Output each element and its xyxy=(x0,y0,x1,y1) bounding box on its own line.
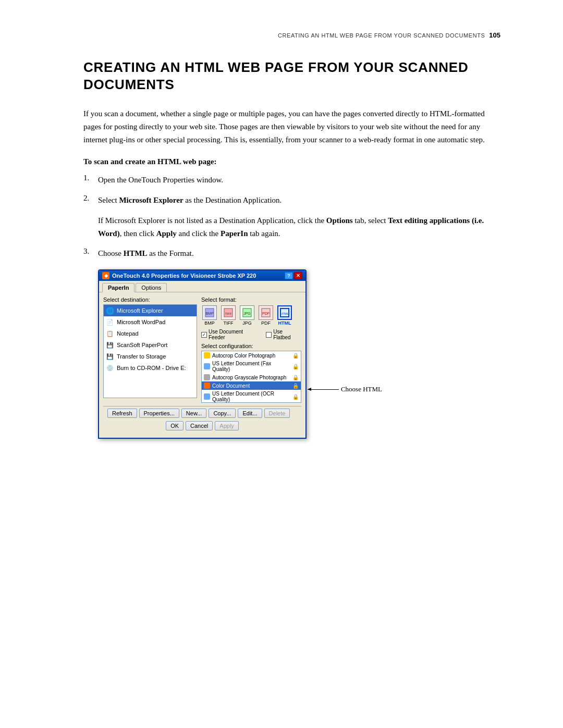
config-autocrop-color-lock: 🔒 xyxy=(292,353,299,359)
config-us-letter-ocr-label: US Letter Document (OCR Quality) xyxy=(212,391,290,402)
new-button[interactable]: New... xyxy=(181,409,207,418)
step-2-num: 2. xyxy=(83,194,98,203)
bmp-icon: BMP xyxy=(202,305,217,320)
jpg-label: JPG xyxy=(242,320,252,326)
config-color-doc-label: Color Document xyxy=(212,383,250,389)
titlebar-left: ◆ OneTouch 4.0 Properties for Visioneer … xyxy=(102,272,256,279)
svg-text:HTML: HTML xyxy=(280,312,289,315)
step-3-bold: HTML xyxy=(124,249,148,257)
config-us-letter-ocr[interactable]: US Letter Document (OCR Quality) 🔒 xyxy=(202,390,301,403)
dialog-content: Select destination: 🌐 Microsoft Explorer… xyxy=(99,292,305,438)
checkbox-row: ✓ Use Document Feeder Use Flatbed xyxy=(201,329,301,340)
config-us-letter-ocr-icon xyxy=(204,393,210,400)
jpg-icon: JPG xyxy=(240,305,254,320)
format-html[interactable]: HTML HTML xyxy=(276,304,293,327)
config-label: Select configuration: xyxy=(201,343,301,349)
ie-icon: 🌐 xyxy=(106,306,114,315)
format-jpg[interactable]: JPG JPG xyxy=(239,304,255,327)
section-heading: To scan and create an HTML web page: xyxy=(83,157,500,166)
format-pdf[interactable]: PDF PDF xyxy=(258,304,274,327)
tab-options[interactable]: Options xyxy=(136,283,167,292)
notepad-icon: 📋 xyxy=(106,329,114,338)
step-1-text: Open the OneTouch Properties window. xyxy=(98,174,500,187)
destination-panel: Select destination: 🌐 Microsoft Explorer… xyxy=(103,297,197,403)
page-container: Creating an HTML Web Page from Your Scan… xyxy=(0,0,563,470)
arrow-line xyxy=(308,389,339,390)
tab-paperin[interactable]: PaperIn xyxy=(102,283,134,292)
config-color-doc-icon xyxy=(204,382,210,389)
titlebar-buttons: ? ✕ xyxy=(285,272,302,279)
step-3-text: Choose HTML as the Format. xyxy=(98,247,500,260)
step-1-num: 1. xyxy=(83,174,98,182)
dest-item-scansoft[interactable]: 💾 ScanSoft PaperPort xyxy=(104,339,197,351)
svg-text:BMP: BMP xyxy=(205,312,214,315)
note-bold-apply: Apply xyxy=(156,229,177,238)
step-3-num: 3. xyxy=(83,247,98,256)
dest-item-notepad[interactable]: 📋 Notepad xyxy=(104,328,197,339)
edit-button[interactable]: Edit... xyxy=(238,409,262,418)
config-color-doc[interactable]: Color Document 🔒 xyxy=(202,381,301,390)
svg-text:TIFF: TIFF xyxy=(225,312,232,315)
close-button[interactable]: ✕ xyxy=(294,272,302,279)
refresh-button[interactable]: Refresh xyxy=(107,409,137,418)
buttons-row-2: OK Cancel Apply xyxy=(103,420,301,434)
config-autocrop-gray[interactable]: Autocrop Grayscale Photograph 🔒 xyxy=(202,373,301,381)
use-flatbed-checkbox[interactable]: Use Flatbed xyxy=(266,329,301,340)
step-2: 2. Select Microsoft Explorer as the Dest… xyxy=(83,194,500,207)
header-text: Creating an HTML Web Page from Your Scan… xyxy=(278,32,485,39)
dest-item-wordpad[interactable]: 📄 Microsoft WordPad xyxy=(104,316,197,328)
dialog-titlebar: ◆ OneTouch 4.0 Properties for Visioneer … xyxy=(99,270,305,281)
format-icons: BMP BMP TIFF TIFF xyxy=(201,304,301,327)
cancel-button[interactable]: Cancel xyxy=(186,421,213,430)
arrow-annotation: Choose HTML xyxy=(308,385,382,393)
pdf-label: PDF xyxy=(261,320,271,326)
scansoft-icon: 💾 xyxy=(106,341,114,349)
pdf-icon: PDF xyxy=(259,305,273,320)
use-doc-feeder-label: Use Document Feeder xyxy=(209,329,261,340)
properties-button[interactable]: Properties... xyxy=(139,409,179,418)
copy-button[interactable]: Copy... xyxy=(209,409,236,418)
tiff-label: TIFF xyxy=(224,320,234,326)
config-list[interactable]: Autocrop Color Photograph 🔒 US Letter Do… xyxy=(201,351,301,403)
note-bold-options: Options xyxy=(326,216,353,225)
buttons-row-1: Refresh Properties... New... Copy... Edi… xyxy=(103,406,301,420)
dest-item-explorer[interactable]: 🌐 Microsoft Explorer xyxy=(104,305,197,316)
dest-item-scansoft-label: ScanSoft PaperPort xyxy=(117,342,167,348)
step-2-bold: Microsoft Explorer xyxy=(119,196,183,204)
config-us-letter-ocr-lock: 🔒 xyxy=(292,394,299,400)
format-tiff[interactable]: TIFF TIFF xyxy=(220,304,237,327)
ok-button[interactable]: OK xyxy=(166,421,183,430)
format-bmp[interactable]: BMP BMP xyxy=(201,304,218,327)
dest-item-storage[interactable]: 💾 Transfer to Storage xyxy=(104,351,197,362)
steps-list-2: 3. Choose HTML as the Format. xyxy=(83,247,500,260)
page-number: 105 xyxy=(489,31,500,39)
config-autocrop-color[interactable]: Autocrop Color Photograph 🔒 xyxy=(202,351,301,360)
html-icon: HTML xyxy=(277,305,292,320)
help-button[interactable]: ? xyxy=(285,272,293,279)
dest-label: Select destination: xyxy=(103,297,197,303)
svg-text:JPG: JPG xyxy=(243,312,251,315)
dest-item-explorer-label: Microsoft Explorer xyxy=(117,307,163,314)
dest-item-cdrom-label: Burn to CD-ROM - Drive E: xyxy=(117,365,186,371)
delete-button[interactable]: Delete xyxy=(264,409,290,418)
dest-item-cdrom[interactable]: 💿 Burn to CD-ROM - Drive E: xyxy=(104,362,197,374)
apply-button[interactable]: Apply xyxy=(215,421,239,430)
destination-list[interactable]: 🌐 Microsoft Explorer 📄 Microsoft WordPad… xyxy=(103,304,197,398)
page-header: Creating an HTML Web Page from Your Scan… xyxy=(83,31,500,43)
tiff-icon: TIFF xyxy=(221,305,236,320)
config-us-letter-fax-lock: 🔒 xyxy=(292,364,299,369)
use-doc-feeder-cb-box: ✓ xyxy=(201,332,207,338)
step-3: 3. Choose HTML as the Format. xyxy=(83,247,500,260)
html-label: HTML xyxy=(278,320,291,326)
arrow-label-text: Choose HTML xyxy=(341,385,382,393)
dest-item-notepad-label: Notepad xyxy=(117,330,139,337)
step-1: 1. Open the OneTouch Properties window. xyxy=(83,174,500,187)
cdrom-icon: 💿 xyxy=(106,364,114,372)
dialog-tabs: PaperIn Options xyxy=(99,281,305,292)
use-doc-feeder-checkbox[interactable]: ✓ Use Document Feeder xyxy=(201,329,261,340)
config-us-letter-fax[interactable]: US Letter Document (Fax Quality) 🔒 xyxy=(202,360,301,373)
main-row: Select destination: 🌐 Microsoft Explorer… xyxy=(103,297,301,403)
chapter-title: Creating an HTML Web Page from Your Scan… xyxy=(83,59,500,93)
config-autocrop-color-label: Autocrop Color Photograph xyxy=(212,353,275,359)
note-bold-paperin: PaperIn xyxy=(221,229,248,238)
